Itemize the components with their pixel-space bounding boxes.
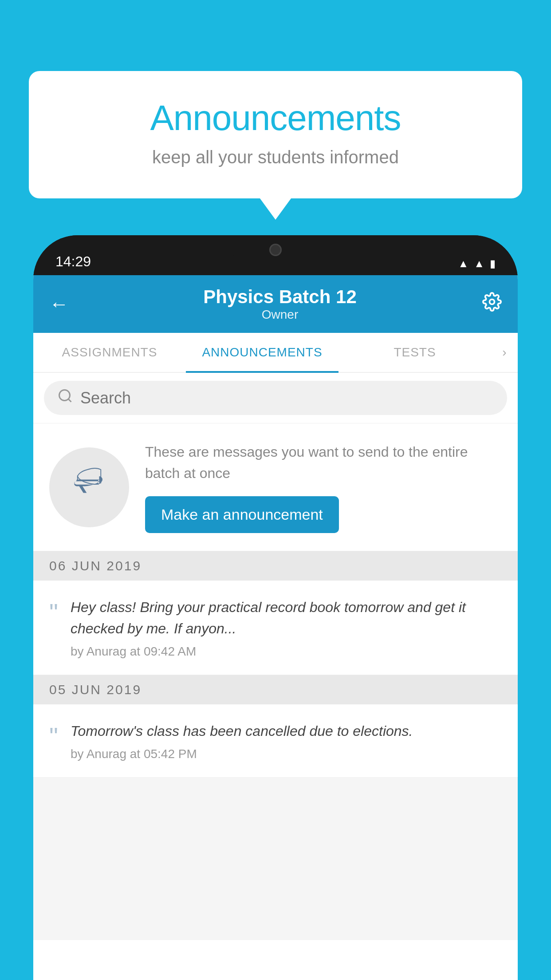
speech-bubble-title: Announcements: [64, 98, 487, 138]
promo-icon-circle: [49, 447, 129, 527]
quote-icon-1: ": [49, 600, 58, 625]
promo-right: These are messages you want to send to t…: [145, 441, 502, 533]
announcement-text-1: Hey class! Bring your practical record b…: [71, 597, 502, 639]
settings-button[interactable]: [482, 292, 502, 316]
tab-assignments[interactable]: ASSIGNMENTS: [33, 333, 186, 372]
app-bar-title: Physics Batch 12: [78, 286, 482, 308]
search-input[interactable]: [80, 389, 494, 407]
phone-notch: [231, 235, 320, 264]
speech-bubble-container: Announcements keep all your students inf…: [29, 71, 522, 198]
quote-icon-2: ": [49, 724, 58, 749]
megaphone-icon: [69, 463, 109, 511]
announcement-text-2: Tomorrow's class has been cancelled due …: [71, 720, 502, 742]
signal-icon: ▲: [474, 257, 484, 270]
announcement-meta-1: by Anurag at 09:42 AM: [71, 644, 502, 659]
content-area: These are messages you want to send to t…: [33, 373, 518, 940]
tab-tests[interactable]: TESTS: [338, 333, 491, 372]
tab-more[interactable]: ›: [491, 333, 518, 372]
battery-icon: ▮: [490, 257, 496, 270]
announcement-item-2: " Tomorrow's class has been cancelled du…: [33, 704, 518, 778]
announcement-content-2: Tomorrow's class has been cancelled due …: [71, 720, 502, 761]
app-bar-subtitle: Owner: [78, 308, 482, 322]
tab-announcements[interactable]: ANNOUNCEMENTS: [186, 333, 338, 372]
svg-point-1: [59, 390, 70, 401]
app-bar-title-area: Physics Batch 12 Owner: [78, 286, 482, 322]
search-input-wrapper: [44, 381, 507, 415]
search-icon: [57, 388, 73, 408]
phone-frame: 14:29 ▲ ▲ ▮ ← Physics Batch 12 Owner: [33, 235, 518, 980]
status-time: 14:29: [55, 253, 91, 270]
promo-description: These are messages you want to send to t…: [145, 441, 502, 484]
status-icons: ▲ ▲ ▮: [458, 257, 496, 270]
date-section-1: 06 JUN 2019: [33, 551, 518, 581]
svg-point-0: [490, 300, 495, 304]
back-button[interactable]: ←: [49, 293, 69, 315]
app-content: ← Physics Batch 12 Owner ASSIGNMENTS ANN…: [33, 275, 518, 980]
front-camera: [269, 244, 282, 256]
search-container: [33, 373, 518, 423]
tabs-bar: ASSIGNMENTS ANNOUNCEMENTS TESTS ›: [33, 333, 518, 373]
speech-bubble-subtitle: keep all your students informed: [64, 147, 487, 167]
svg-line-2: [68, 399, 71, 402]
speech-bubble: Announcements keep all your students inf…: [29, 71, 522, 198]
announcement-meta-2: by Anurag at 05:42 PM: [71, 747, 502, 761]
announcement-content-1: Hey class! Bring your practical record b…: [71, 597, 502, 659]
make-announcement-button[interactable]: Make an announcement: [145, 496, 339, 533]
wifi-icon: ▲: [458, 257, 468, 270]
announcement-item-1: " Hey class! Bring your practical record…: [33, 581, 518, 675]
app-bar: ← Physics Batch 12 Owner: [33, 275, 518, 333]
date-section-2: 05 JUN 2019: [33, 675, 518, 704]
promo-card: These are messages you want to send to t…: [33, 423, 518, 551]
